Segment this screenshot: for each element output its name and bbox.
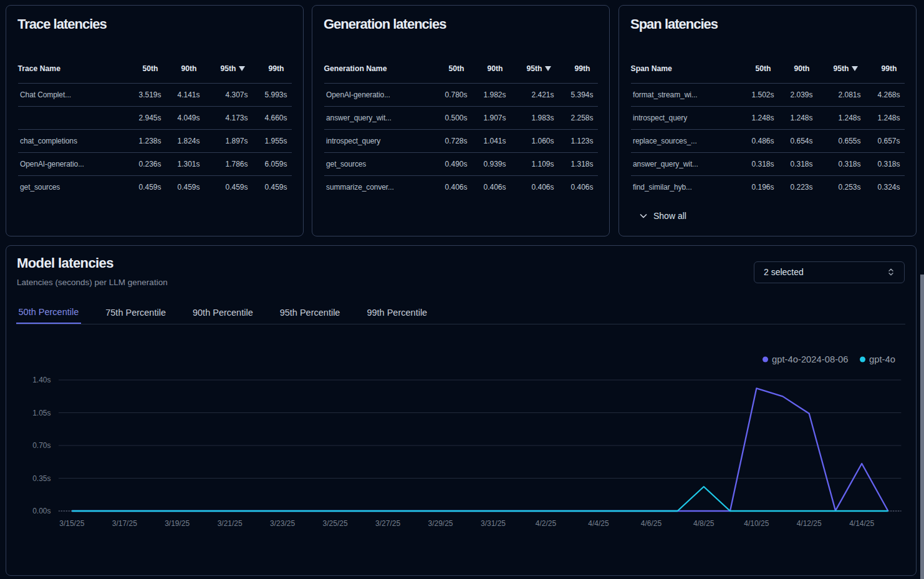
svg-text:4/6/25: 4/6/25 [641,519,662,528]
svg-text:4/4/25: 4/4/25 [588,519,609,528]
svg-text:3/29/25: 3/29/25 [428,519,453,528]
svg-text:3/25/25: 3/25/25 [323,519,348,528]
svg-text:3/21/25: 3/21/25 [218,519,243,528]
svg-text:3/17/25: 3/17/25 [112,519,137,528]
svg-text:4/12/25: 4/12/25 [797,519,822,528]
svg-text:1.05s: 1.05s [32,409,51,417]
svg-text:4/8/25: 4/8/25 [693,519,715,528]
svg-text:0.00s: 0.00s [32,507,51,515]
svg-text:3/19/25: 3/19/25 [165,519,190,528]
svg-text:0.35s: 0.35s [32,474,51,483]
svg-text:0.70s: 0.70s [32,441,51,450]
svg-text:4/14/25: 4/14/25 [849,519,874,528]
svg-text:gpt-4o: gpt-4o [869,354,895,364]
svg-text:3/23/25: 3/23/25 [270,519,295,528]
svg-text:4/2/25: 4/2/25 [536,519,557,528]
svg-text:3/31/25: 3/31/25 [481,519,506,528]
svg-text:3/15/25: 3/15/25 [59,519,84,528]
svg-text:4/10/25: 4/10/25 [744,519,769,528]
svg-text:3/27/25: 3/27/25 [375,519,400,528]
svg-text:gpt-4o-2024-08-06: gpt-4o-2024-08-06 [772,354,849,364]
svg-text:1.40s: 1.40s [32,376,51,384]
